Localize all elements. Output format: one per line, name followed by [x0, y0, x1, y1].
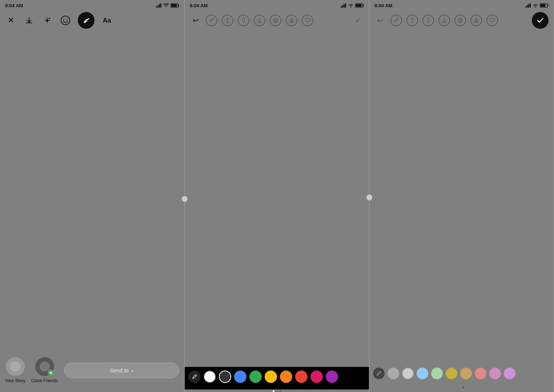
- close-button[interactable]: ✕: [5, 15, 17, 26]
- color-red[interactable]: [295, 371, 308, 383]
- status-icons-3: [525, 3, 549, 8]
- color-pencil-button-3[interactable]: [373, 368, 385, 379]
- your-story-option[interactable]: Your Story: [5, 357, 25, 383]
- dot-1-2: [273, 390, 274, 392]
- svg-rect-17: [363, 5, 364, 7]
- color-rosybrown[interactable]: [475, 368, 486, 379]
- color-lavender[interactable]: [504, 368, 515, 379]
- color-purple[interactable]: [326, 371, 338, 383]
- color-green[interactable]: [249, 371, 262, 383]
- close-friends-badge: [48, 369, 54, 376]
- svg-point-37: [427, 18, 429, 22]
- svg-rect-3: [160, 3, 161, 8]
- panel-2: 9:04 AM ↩: [185, 0, 369, 392]
- tool-stamp-2[interactable]: [286, 15, 297, 26]
- wifi-icon-3: [533, 3, 538, 8]
- your-story-label: Your Story: [5, 378, 25, 383]
- tool-heart-2[interactable]: [302, 15, 313, 26]
- dot-3-2: [279, 390, 281, 392]
- battery-icon: [170, 3, 179, 8]
- svg-rect-2: [159, 4, 160, 8]
- sparkle-icon: [43, 16, 51, 24]
- color-tan[interactable]: [460, 368, 472, 379]
- sparkle-button[interactable]: [41, 15, 53, 26]
- grid-icon-2: [273, 17, 278, 23]
- color-white[interactable]: [204, 371, 216, 383]
- color-thistle[interactable]: [489, 368, 501, 379]
- tool-pen3-2[interactable]: [254, 15, 265, 26]
- send-arrow-icon: ›: [132, 367, 133, 373]
- tool-pen1-3[interactable]: [406, 15, 418, 26]
- panel-3: 9:04 AM ↩: [369, 0, 554, 392]
- download-button[interactable]: [23, 15, 35, 26]
- color-yellow[interactable]: [265, 371, 277, 383]
- svg-rect-1: [157, 5, 158, 8]
- tool-pencil-3[interactable]: [390, 15, 402, 26]
- pencil-icon-3: [393, 17, 399, 23]
- check-button-2[interactable]: ✓: [352, 15, 364, 26]
- canvas-1: [0, 31, 184, 354]
- slider-handle-3[interactable]: [366, 195, 372, 200]
- slider-handle-2[interactable]: [182, 196, 188, 202]
- svg-line-28: [195, 375, 196, 376]
- text-button[interactable]: Aa: [101, 15, 113, 26]
- status-time-3: 9:04 AM: [374, 3, 392, 8]
- svg-point-7: [61, 16, 70, 25]
- pen2-icon-2: [241, 17, 246, 23]
- dot-2-2: [276, 390, 278, 392]
- svg-rect-44: [474, 20, 478, 21]
- pen3-icon-2: [256, 17, 263, 24]
- svg-rect-6: [171, 4, 177, 7]
- draw-active-button[interactable]: [78, 12, 95, 29]
- status-bar-1: 9:04 AM: [0, 0, 184, 10]
- color-lightgray[interactable]: [402, 368, 414, 379]
- svg-rect-27: [290, 22, 293, 23]
- tool-grid-3[interactable]: [454, 15, 466, 26]
- close-friends-option[interactable]: Close Friends: [31, 357, 58, 383]
- svg-rect-26: [290, 20, 293, 21]
- face-button[interactable]: [60, 15, 71, 26]
- status-icons-1: [156, 3, 179, 8]
- tool-heart-3[interactable]: [486, 15, 498, 26]
- send-button[interactable]: Send to ›: [64, 363, 179, 378]
- close-friends-label: Close Friends: [31, 378, 58, 383]
- undo-button-3[interactable]: ↩: [374, 15, 386, 26]
- color-orange[interactable]: [280, 371, 292, 383]
- svg-rect-36: [541, 4, 546, 7]
- color-lightgreen[interactable]: [431, 368, 443, 379]
- tool-pencil-2[interactable]: [206, 15, 217, 26]
- color-lightblue[interactable]: [417, 368, 428, 379]
- svg-rect-32: [530, 3, 531, 8]
- color-khaki[interactable]: [446, 368, 457, 379]
- color-pencil-button-2[interactable]: [188, 371, 201, 383]
- color-bar-2: [185, 367, 369, 392]
- check-button-3[interactable]: [532, 12, 549, 29]
- tool-grid-2[interactable]: [270, 15, 281, 26]
- send-label: Send to: [110, 367, 129, 373]
- grid-icon-3: [457, 17, 463, 23]
- tool-pen2-3[interactable]: [422, 15, 434, 26]
- status-time-2: 9:04 AM: [190, 3, 208, 8]
- dot-2-3: [462, 387, 464, 388]
- tool-pen1-2[interactable]: [222, 15, 233, 26]
- color-gray1[interactable]: [388, 368, 399, 379]
- color-swatches-2: [185, 367, 369, 389]
- close-friends-avatar: [35, 357, 54, 376]
- color-swatches-3: [369, 364, 554, 386]
- pen1-icon-3: [409, 17, 415, 23]
- color-blue[interactable]: [234, 371, 246, 383]
- undo-button-2[interactable]: ↩: [190, 15, 201, 26]
- svg-point-19: [242, 18, 245, 22]
- signal-icon-2: [341, 3, 346, 8]
- svg-rect-14: [345, 3, 346, 8]
- pen2-icon-3: [425, 17, 431, 23]
- color-pink[interactable]: [310, 371, 323, 383]
- pencil-color-icon-3: [376, 370, 382, 377]
- pen1-icon-2: [225, 17, 230, 23]
- tool-stamp-3[interactable]: [470, 15, 482, 26]
- tool-pen2-2[interactable]: [238, 15, 249, 26]
- dot-1-3: [459, 387, 461, 388]
- color-dark[interactable]: [219, 371, 231, 383]
- tool-pen3-3[interactable]: [438, 15, 450, 26]
- check-icon-3: [536, 16, 544, 24]
